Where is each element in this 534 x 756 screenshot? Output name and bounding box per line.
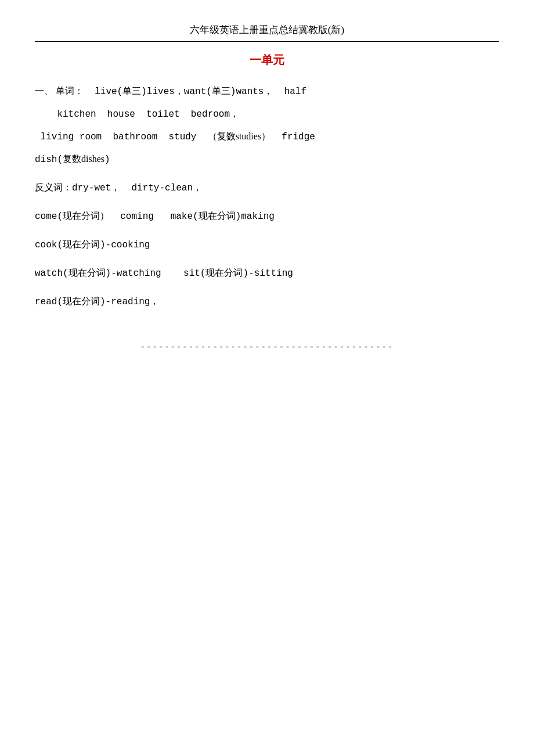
- gerunds1-text-c: )making: [236, 211, 275, 222]
- gerunds1-cn-a: 现在分词: [63, 211, 100, 221]
- gerunds3-cn-b: 现在分词: [205, 268, 243, 278]
- vocab-line-3: living room bathroom study （复数studies） f…: [35, 131, 499, 143]
- vocab-line-1: 一、 单词： live(单三)lives，want(单三)wants， half: [35, 85, 499, 98]
- unit-title: 一单元: [35, 52, 499, 68]
- gerunds3-text-b: )-watching sit(: [106, 268, 206, 279]
- antonyms-text: dry-wet， dirty-clean，: [72, 183, 202, 193]
- gerunds4-text-a: read(: [35, 297, 63, 307]
- vocab-section: 一、 单词： live(单三)lives，want(单三)wants， half…: [35, 85, 499, 165]
- gerunds4-cn-a: 现在分词: [63, 296, 100, 306]
- gerunds4-text-b: )-reading，: [100, 297, 159, 307]
- gerunds2-text-b: )-cooking: [100, 240, 150, 250]
- page-title-container: 六年级英语上册重点总结冀教版(新): [35, 23, 499, 37]
- vocab-cn-1: 单三: [122, 86, 141, 96]
- gerunds2-section: cook(现在分词)-cooking: [35, 239, 499, 251]
- gerunds3-section: watch(现在分词)-watching sit(现在分词)-sitting: [35, 267, 499, 279]
- gerunds3-line: watch(现在分词)-watching sit(现在分词)-sitting: [35, 267, 499, 279]
- vocab-text-1c: )wants， half: [230, 87, 306, 97]
- vocab-line-2: kitchen house toilet bedroom，: [35, 108, 499, 120]
- gerunds4-section: read(现在分词)-reading，: [35, 296, 499, 308]
- vocab-text-2: kitchen house toilet bedroom，: [35, 109, 239, 120]
- vocab-text-4: dish(: [35, 154, 63, 165]
- gerunds3-text-c: )-sitting: [243, 268, 293, 279]
- antonyms-label: 反义词：: [35, 182, 72, 192]
- vocab-cn-2: 单三: [212, 86, 230, 96]
- gerunds3-text-a: watch(: [35, 268, 68, 279]
- page-title: 六年级英语上册重点总结冀教版(新): [35, 23, 499, 37]
- vocab-text-3: living room bathroom study: [35, 132, 208, 142]
- gerunds1-text-a: come(: [35, 211, 63, 222]
- vocab-cn-4: 复数dishes: [63, 154, 104, 164]
- gerunds2-line: cook(现在分词)-cooking: [35, 239, 499, 251]
- gerunds1-line: come(现在分词） coming make(现在分词)making: [35, 210, 499, 222]
- title-divider: [35, 41, 499, 42]
- gerunds2-text-a: cook(: [35, 240, 63, 250]
- vocab-line-4: dish(复数dishes): [35, 153, 499, 165]
- vocab-cn-3: （复数studies）: [208, 131, 270, 141]
- gerunds1-cn-b: 现在分词: [199, 211, 236, 221]
- bottom-divider: ----------------------------------------…: [35, 343, 499, 352]
- gerunds1-text-b: ） coming make(: [100, 211, 199, 222]
- vocab-label: 一、 单词：: [35, 86, 84, 96]
- gerunds4-line: read(现在分词)-reading，: [35, 296, 499, 308]
- vocab-text-1b: )lives，want(: [141, 87, 212, 97]
- vocab-text-3b: fridge: [270, 132, 315, 142]
- vocab-text-1: live(: [89, 87, 123, 97]
- antonyms-line: 反义词：dry-wet， dirty-clean，: [35, 182, 499, 194]
- vocab-text-4b: ): [104, 154, 110, 165]
- gerunds2-cn-a: 现在分词: [63, 239, 100, 249]
- gerunds3-cn-a: 现在分词: [68, 268, 106, 278]
- antonyms-section: 反义词：dry-wet， dirty-clean，: [35, 182, 499, 194]
- gerunds1-section: come(现在分词） coming make(现在分词)making: [35, 210, 499, 222]
